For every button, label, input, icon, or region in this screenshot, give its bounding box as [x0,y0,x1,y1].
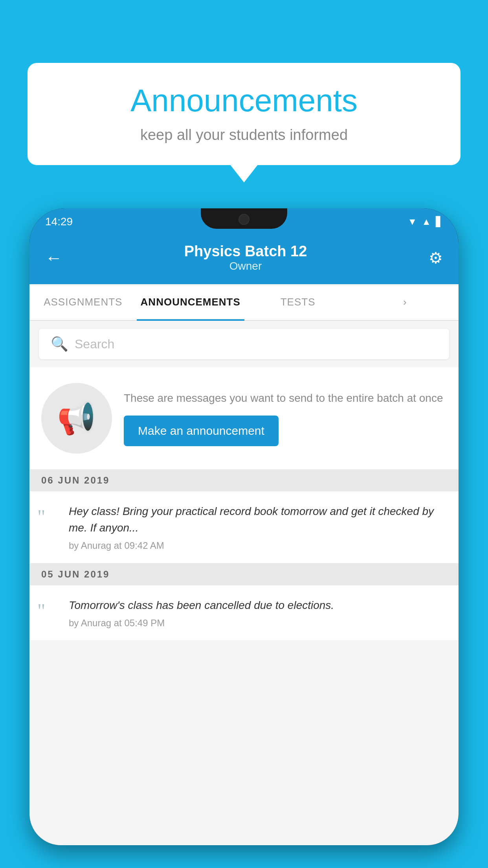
back-button[interactable]: ← [45,248,62,268]
speech-bubble-container: Announcements keep all your students inf… [28,63,460,165]
search-icon: 🔍 [51,336,68,352]
status-icons: ▼ ▲ ▋ [407,216,443,227]
announcement-meta-1: by Anurag at 09:42 AM [69,540,447,551]
speech-bubble: Announcements keep all your students inf… [28,63,460,165]
header-title-group: Physics Batch 12 Owner [184,243,307,272]
announcement-item-1[interactable]: " Hey class! Bring your practical record… [29,491,459,563]
announcement-placeholder: 📢 These are messages you want to send to… [29,367,459,469]
date-separator-2: 05 JUN 2019 [29,563,459,585]
search-placeholder: Search [75,337,114,351]
phone-frame: 14:29 ▼ ▲ ▋ ← Physics Batch 12 Owner ⚙ A… [29,208,459,845]
bubble-title: Announcements [51,83,437,119]
announcement-content-2: Tomorrow's class has been cancelled due … [69,597,447,629]
quote-icon-1: " [37,505,61,528]
header-title: Physics Batch 12 [184,243,307,260]
tab-announcements[interactable]: ANNOUNCEMENTS [137,284,244,320]
announcement-item-2[interactable]: " Tomorrow's class has been cancelled du… [29,585,459,641]
announcement-text-2: Tomorrow's class has been cancelled due … [69,597,447,614]
settings-icon[interactable]: ⚙ [429,249,443,267]
megaphone-icon: 📢 [57,400,96,437]
app-header: ← Physics Batch 12 Owner ⚙ [29,235,459,284]
quote-icon-2: " [37,599,61,622]
status-time: 14:29 [45,215,73,228]
tabs-bar: ASSIGNMENTS ANNOUNCEMENTS TESTS › [29,284,459,321]
wifi-icon: ▼ [407,216,417,227]
announcement-meta-2: by Anurag at 05:49 PM [69,618,447,629]
announcement-content-1: Hey class! Bring your practical record b… [69,503,447,551]
bubble-subtitle: keep all your students informed [51,127,437,143]
phone-notch [201,208,287,229]
announcement-text-1: Hey class! Bring your practical record b… [69,503,447,536]
tab-assignments[interactable]: ASSIGNMENTS [29,284,137,320]
content-area: 🔍 Search 📢 These are messages you want t… [29,321,459,845]
phone-container: 14:29 ▼ ▲ ▋ ← Physics Batch 12 Owner ⚙ A… [29,208,459,868]
make-announcement-button[interactable]: Make an announcement [124,416,279,446]
announcement-info: These are messages you want to send to t… [124,390,447,446]
tab-tests[interactable]: TESTS [244,284,352,320]
tab-more[interactable]: › [351,284,459,320]
signal-icon: ▲ [422,216,431,227]
battery-icon: ▋ [436,216,443,227]
header-subtitle: Owner [184,260,307,272]
phone-camera [238,214,250,225]
announcement-icon-circle: 📢 [41,383,112,454]
search-bar[interactable]: 🔍 Search [39,329,449,359]
date-separator-1: 06 JUN 2019 [29,469,459,491]
announcement-description: These are messages you want to send to t… [124,390,447,406]
